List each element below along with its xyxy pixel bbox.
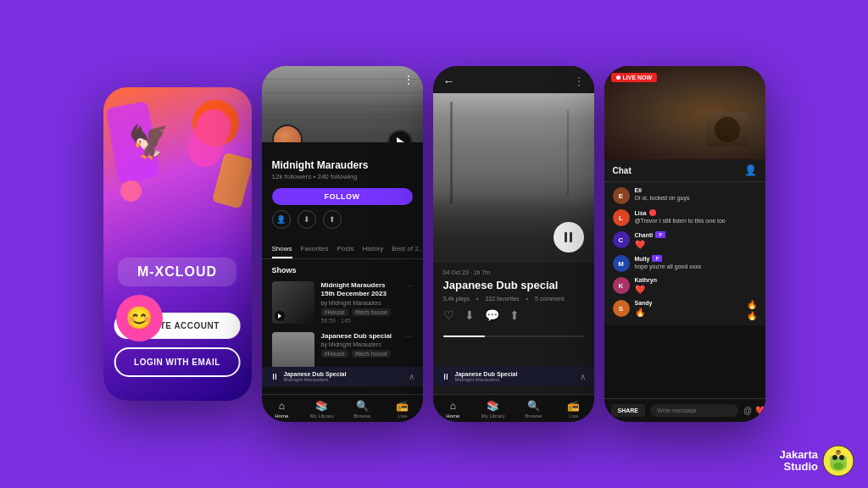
nav-live-3[interactable]: 📻 Live <box>554 400 594 419</box>
nav-home-3[interactable]: ⌂ Home <box>433 400 474 419</box>
nav-live-2[interactable]: 📻 Live <box>382 400 423 419</box>
player-pause-2[interactable]: ⏸ <box>270 372 279 381</box>
chat-content-lisa: Lisa @Trevor I still listen to this one … <box>635 209 757 225</box>
player-chevron-2[interactable]: ∧ <box>409 372 415 381</box>
badge-chanti: P <box>655 231 665 238</box>
player-pause-3[interactable]: ⏸ <box>442 372 450 381</box>
watermark: Jakarta Studio <box>779 444 855 478</box>
tab-posts[interactable]: Posts <box>337 241 353 258</box>
live-nav-icon-3: 📻 <box>567 400 580 412</box>
show-menu-1[interactable]: ⋯ <box>404 281 413 291</box>
following-count: 240 following <box>317 173 357 180</box>
library-nav-label-3: My Library <box>481 413 505 419</box>
chat-message-input[interactable] <box>650 404 738 417</box>
shows-section-label: Shows <box>272 266 413 274</box>
show-plays: 145 <box>341 318 351 324</box>
show-thumbnail-1 <box>272 281 314 324</box>
player-title-3: Japanese Dub Special <box>455 371 575 377</box>
like-action-icon[interactable]: ♡ <box>443 308 454 322</box>
chat-user-icon[interactable]: 👤 <box>744 164 757 176</box>
profile-menu-dots[interactable]: ⋮ <box>403 73 415 86</box>
profile-header: ⋮ <box>262 66 423 142</box>
show-tags-2: #House #tech house <box>321 350 398 358</box>
progress-bar-bg[interactable] <box>443 336 584 337</box>
nav-browse-3[interactable]: 🔍 Browse <box>514 400 554 419</box>
bottom-nav-2: ⌂ Home 📚 My Library 🔍 Browse 📻 Live <box>262 394 423 422</box>
nav-library-3[interactable]: 📚 My Library <box>473 400 514 419</box>
player-chevron-3[interactable]: ∧ <box>580 372 586 381</box>
comment-action-icon[interactable]: 💬 <box>485 308 499 322</box>
pause-icon <box>565 232 572 242</box>
live-badge-text: LIVE NOW <box>623 75 653 80</box>
download-action-icon[interactable]: ⬇ <box>465 308 475 322</box>
login-email-button[interactable]: LOGIN WITH EMAIL <box>114 347 241 377</box>
tab-history[interactable]: History <box>362 241 383 258</box>
show-duration: 56:59 <box>321 318 337 324</box>
follow-button[interactable]: FOLLOW <box>272 188 413 205</box>
track-menu-dots[interactable]: ⋮ <box>574 75 584 87</box>
home-nav-icon-2: ⌂ <box>279 400 285 412</box>
message-eli: Oi oi, locked on guys <box>635 194 757 202</box>
browse-nav-label-3: Browse <box>525 413 542 419</box>
bird-icon: 🦅 <box>125 118 174 164</box>
message-sandy: 🔥 <box>635 307 742 318</box>
avatar-kathryn: K <box>613 277 630 294</box>
show-meta-1: 56:59 145 <box>321 318 398 324</box>
chat-input-icons: @ ❤️ 🔥 <box>743 406 765 415</box>
chat-content-mully: Mully P hope you're all good xxxx <box>635 255 757 270</box>
tab-shows[interactable]: Shows <box>272 241 292 258</box>
tab-favorites[interactable]: Favorites <box>301 241 329 258</box>
username-mully: Mully P <box>635 255 757 262</box>
progress-bar-fill <box>443 336 486 337</box>
nav-browse-2[interactable]: 🔍 Browse <box>342 400 383 419</box>
player-track-info-3: Japanese Dub Special Midnight Marauders <box>455 371 575 382</box>
track-dot-2: • <box>526 296 528 302</box>
pause-circle-button[interactable] <box>554 222 584 252</box>
bottom-nav-3: ⌂ Home 📚 My Library 🔍 Browse 📻 Live <box>433 394 594 422</box>
share-action-icon[interactable]: ⬆ <box>509 308 520 322</box>
player-track-info-2: Japanese Dub Special Midnight Marauders <box>284 371 403 382</box>
message-lisa: @Trevor I still listen to this one too <box>635 217 757 225</box>
library-nav-label-2: My Library <box>310 413 334 419</box>
watermark-line2: Studio <box>779 461 818 473</box>
fire-emoji-1: 🔥 <box>747 300 757 309</box>
show-info-1: Midnight Marauders 15th December 2023 by… <box>321 281 398 324</box>
library-nav-icon-2: 📚 <box>315 400 328 412</box>
chat-content-eli: Eli Oi oi, locked on guys <box>635 187 757 202</box>
at-icon[interactable]: @ <box>743 406 752 415</box>
live-video-section: LIVE NOW <box>604 66 765 159</box>
mixcloud-logo: M-XCLOUD <box>118 258 236 286</box>
tag-house-1: #House <box>321 308 348 316</box>
add-friend-icon[interactable]: 👤 <box>272 210 291 229</box>
chat-message-kathryn: K Kathryn ❤️ <box>613 277 757 295</box>
chat-message-mully: M Mully P hope you're all good xxxx <box>613 255 757 272</box>
share-button[interactable]: SHARE <box>611 404 646 417</box>
show-menu-2[interactable]: ⋯ <box>404 332 413 341</box>
browse-nav-icon-2: 🔍 <box>356 400 369 412</box>
nav-library-2[interactable]: 📚 My Library <box>302 400 342 419</box>
home-nav-label-2: Home <box>275 413 288 419</box>
chat-content-sandy: Sandy 🔥 <box>635 300 742 318</box>
profile-info: Midnight Marauders 12k followers • 240 f… <box>262 142 423 241</box>
download-icon[interactable]: ⬇ <box>298 210 316 229</box>
live-nav-label-3: Live <box>569 413 578 419</box>
avatar-eli: E <box>613 187 630 204</box>
show-item-1: Midnight Marauders 15th December 2023 by… <box>272 281 413 324</box>
tab-best-of[interactable]: Best of 2... <box>392 241 422 258</box>
live-dot <box>616 75 620 80</box>
nav-home-2[interactable]: ⌂ Home <box>262 400 303 419</box>
back-arrow-icon[interactable]: ← <box>443 75 455 88</box>
message-kathryn: ❤️ <box>635 284 757 295</box>
library-nav-icon-3: 📚 <box>487 400 499 412</box>
username-sandy: Sandy <box>635 300 742 306</box>
chat-message-eli: E Eli Oi oi, locked on guys <box>613 187 757 204</box>
live-nav-icon-2: 📻 <box>396 400 409 412</box>
decorative-shapes: 😊 🦅 <box>103 87 252 341</box>
show-play-icon-1 <box>275 311 285 321</box>
track-stats: 3.4k plays • 222 favorites • 5 comment <box>443 296 584 302</box>
bottom-player-3: ⏸ Japanese Dub Special Midnight Marauder… <box>433 367 594 386</box>
share-icon[interactable]: ⬆ <box>323 210 342 229</box>
reaction-emojis: 🔥 🔥 <box>747 300 757 320</box>
heart-emoji-input[interactable]: ❤️ <box>755 406 765 415</box>
track-dot-1: • <box>476 296 478 302</box>
